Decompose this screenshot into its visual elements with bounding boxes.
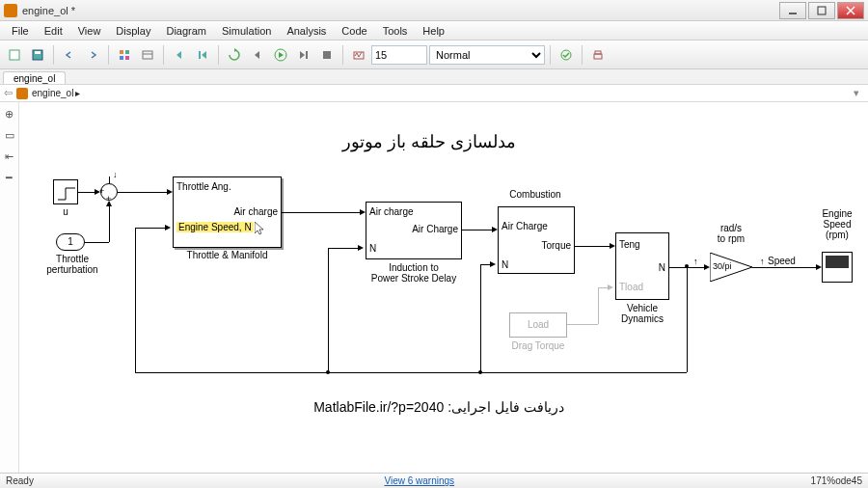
save-button[interactable] (27, 44, 48, 66)
model-icon (16, 88, 28, 99)
breadcrumb-dropdown-icon[interactable]: ▾ (849, 87, 864, 99)
menu-file[interactable]: File (4, 23, 37, 39)
menu-view[interactable]: View (70, 23, 109, 39)
toolbar-separator (550, 45, 551, 65)
navigate-back-icon[interactable]: ⇤ (2, 149, 17, 164)
constant-block[interactable]: 1 (56, 233, 85, 251)
svg-rect-19 (594, 54, 602, 59)
canvas[interactable]: مدلسازی حلقه باز موتور u + + 1 Throttle … (19, 102, 868, 473)
toolbar-separator (582, 45, 583, 65)
arrow-icon (165, 225, 171, 230)
vehicle-dynamics-block[interactable]: Teng N Tload (615, 232, 669, 300)
undo-button[interactable] (59, 44, 80, 66)
wire (109, 176, 110, 183)
simulation-mode-select[interactable]: Normal (429, 45, 545, 65)
diagram-title: مدلسازی حلقه باز موتور (309, 131, 550, 152)
menu-edit[interactable]: Edit (37, 23, 70, 39)
footer-text: دریافت فایل اجرایی: MatlabFile.ir/?p=204… (270, 399, 608, 415)
stop-button[interactable] (316, 44, 338, 66)
minimize-button[interactable] (779, 2, 806, 19)
tab-engine-ol[interactable]: engine_ol (3, 71, 66, 84)
svg-rect-15 (306, 51, 308, 59)
toolbar-separator (342, 45, 343, 65)
toolbar: Normal (0, 41, 868, 69)
wire (480, 264, 481, 372)
app-icon (4, 4, 17, 17)
library-browser-button[interactable] (114, 44, 135, 66)
breadcrumb-root[interactable]: engine_ol (32, 88, 73, 98)
toolbar-separator (218, 45, 219, 65)
combustion-block[interactable]: Air Charge Torque N (498, 206, 575, 274)
close-button[interactable] (837, 2, 864, 19)
menu-display[interactable]: Display (108, 23, 158, 39)
build-button[interactable] (587, 44, 609, 66)
back-button2[interactable] (247, 44, 268, 66)
toolbar-separator (163, 45, 164, 65)
highlight-icon[interactable]: ━ (2, 170, 17, 185)
induction-label: Induction to Power Stroke Delay (351, 262, 476, 284)
model-explorer-button[interactable] (137, 44, 158, 66)
step-back2-button[interactable] (192, 44, 213, 66)
canvas-toolbar: ⊕ ▭ ⇤ ━ (0, 102, 19, 473)
step-forward-button[interactable] (293, 44, 314, 66)
zoom-in-icon[interactable]: ⊕ (2, 106, 17, 122)
window-titlebar: engine_ol * (0, 0, 868, 21)
arrow-icon (358, 245, 364, 251)
load-block[interactable]: Load (509, 312, 567, 338)
scope-block[interactable] (822, 252, 853, 283)
run-button[interactable] (270, 44, 291, 66)
gain-block[interactable]: 30/pi (710, 253, 752, 282)
maximize-button[interactable] (808, 2, 835, 19)
wire (118, 192, 171, 193)
wire (328, 248, 329, 372)
wire-junction (478, 370, 482, 374)
wire (135, 228, 169, 229)
port-label: ↓ (113, 170, 118, 179)
wire (85, 242, 109, 243)
menu-diagram[interactable]: Diagram (158, 23, 214, 39)
wire-junction (326, 370, 330, 374)
record-button[interactable] (348, 44, 369, 66)
menubar: File Edit View Display Diagram Simulatio… (0, 21, 868, 41)
breadcrumb: ⇦ engine_ol ▸ ▾ (0, 85, 868, 102)
cursor-icon (255, 222, 266, 235)
toolbar-separator (53, 45, 54, 65)
wire (328, 248, 362, 249)
throttle-manifold-label: Throttle & Manifold (173, 250, 282, 260)
menu-analysis[interactable]: Analysis (279, 23, 334, 39)
port-label: ↑ (760, 257, 765, 266)
redo-button[interactable] (82, 44, 103, 66)
svg-rect-6 (35, 51, 41, 54)
stop-time-input[interactable] (371, 45, 427, 65)
wire (669, 267, 708, 268)
throttle-pert-label: Throttle perturbation (39, 254, 106, 275)
wire (135, 228, 136, 372)
status-ready: Ready (6, 475, 34, 486)
port-label: ↑ (693, 257, 698, 266)
status-warnings-link[interactable]: View 6 warnings (34, 475, 805, 486)
svg-rect-13 (199, 51, 201, 59)
fit-icon[interactable]: ▭ (2, 127, 17, 143)
wire (109, 202, 110, 242)
toolbar-separator (108, 45, 109, 65)
gain-label: rad/s to rpm (706, 223, 756, 244)
menu-simulation[interactable]: Simulation (214, 23, 279, 39)
sum-block[interactable]: + + (100, 183, 118, 201)
step-block[interactable] (53, 179, 78, 204)
drag-torque-label: Drag Torque (502, 340, 575, 351)
check-button[interactable] (556, 44, 577, 66)
update-button[interactable] (224, 44, 245, 66)
step-back-button[interactable] (169, 44, 190, 66)
throttle-manifold-block[interactable]: Throttle Ang. Air charge Engine Speed, N (173, 176, 282, 248)
induction-block[interactable]: Air charge Air Charge N (366, 202, 462, 259)
breadcrumb-back-icon[interactable]: ⇦ (4, 87, 13, 99)
svg-rect-4 (10, 50, 19, 60)
wire (135, 372, 687, 373)
new-model-button[interactable] (4, 44, 25, 66)
wire (598, 287, 599, 324)
menu-tools[interactable]: Tools (375, 23, 416, 39)
menu-help[interactable]: Help (415, 23, 452, 39)
window-title: engine_ol * (22, 5, 777, 16)
menu-code[interactable]: Code (334, 23, 374, 39)
vehicle-dynamics-label: Vehicle Dynamics (601, 303, 684, 324)
